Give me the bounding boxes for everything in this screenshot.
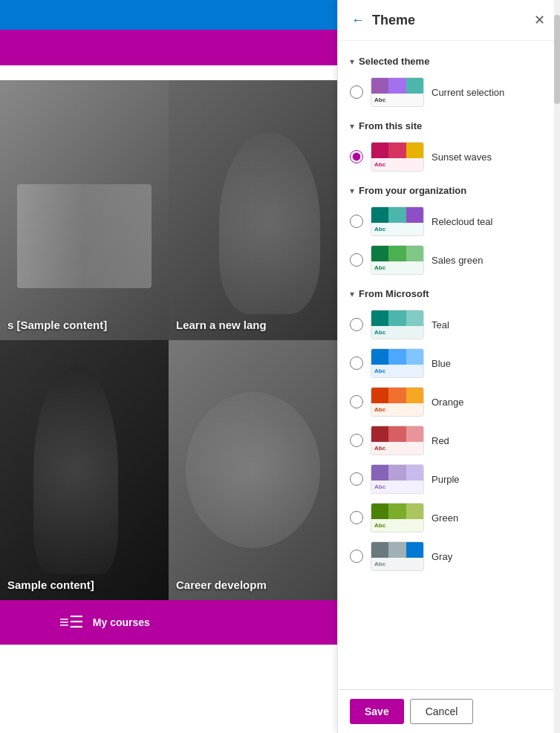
theme-name-green: Green — [432, 512, 458, 524]
theme-radio-teal[interactable] — [350, 318, 363, 331]
theme-swatch-current: Abc — [371, 77, 424, 107]
back-button[interactable]: ← — [350, 11, 366, 30]
theme-option-orange[interactable]: Abc Orange — [350, 382, 548, 421]
theme-option-teal[interactable]: Abc Teal — [350, 305, 548, 344]
swatch-color-19 — [371, 388, 388, 403]
theme-radio-sunset-waves[interactable] — [350, 150, 363, 163]
save-button[interactable]: Save — [350, 699, 404, 724]
bottom-bar: ≡☰ My courses — [0, 600, 337, 645]
image-cell-4: Career developm — [169, 340, 337, 600]
swatch-color-17 — [388, 349, 406, 365]
theme-option-sales-green[interactable]: Abc Sales green — [350, 241, 548, 279]
theme-panel: ← Theme ✕ ▾ Selected theme Abc — [337, 0, 560, 733]
theme-option-blue[interactable]: Abc Blue — [350, 344, 548, 382]
swatch-top-sunset — [371, 143, 423, 158]
swatch-bottom-current: Abc — [371, 94, 423, 106]
theme-radio-purple[interactable] — [350, 472, 363, 486]
theme-option-current[interactable]: Abc Current selection — [350, 73, 548, 111]
theme-radio-current[interactable] — [350, 85, 363, 99]
theme-swatch-sales-green: Abc — [371, 245, 424, 275]
back-arrow-icon: ← — [351, 13, 365, 28]
swatch-color-32 — [388, 542, 406, 558]
from-your-org-section-header[interactable]: ▾ From your organization — [350, 176, 548, 202]
swatch-color-16 — [371, 349, 388, 365]
chevron-down-icon-3: ▾ — [350, 186, 354, 196]
theme-name-sales-green: Sales green — [432, 255, 483, 266]
theme-swatch-green: Abc — [371, 503, 424, 532]
theme-option-purple[interactable]: Abc Purple — [350, 460, 548, 498]
selected-theme-label: Selected theme — [359, 56, 429, 67]
theme-name-current: Current selection — [432, 87, 504, 98]
image-cell-3: Sample content] — [0, 340, 169, 600]
swatch-abc-relecloud: Abc — [374, 226, 385, 232]
theme-radio-red[interactable] — [350, 434, 363, 447]
scrollbar[interactable] — [554, 0, 560, 733]
theme-name-teal: Teal — [432, 319, 449, 330]
theme-option-red[interactable]: Abc Red — [350, 421, 548, 460]
close-icon: ✕ — [534, 12, 545, 28]
panel-header: ← Theme ✕ — [338, 0, 560, 41]
swatch-top-relecloud — [371, 207, 423, 223]
mycourses-icon: ≡☰ — [59, 613, 84, 632]
swatch-abc-teal: Abc — [374, 329, 385, 336]
theme-name-red: Red — [432, 435, 449, 446]
theme-radio-gray[interactable] — [350, 550, 363, 563]
swatch-color-22 — [371, 426, 388, 442]
theme-option-sunset-waves[interactable]: Abc Sunset waves — [350, 137, 548, 176]
theme-swatch-blue: Abc — [371, 348, 424, 378]
magenta-bar — [0, 30, 337, 65]
scrollbar-thumb[interactable] — [554, 15, 560, 104]
swatch-color-13 — [371, 310, 388, 326]
swatch-color-8 — [388, 207, 406, 223]
swatch-abc-red: Abc — [374, 445, 385, 452]
swatch-color-4 — [371, 143, 388, 158]
swatch-color-29 — [388, 504, 406, 519]
image-label-4: Career developm — [176, 579, 267, 591]
swatch-bottom-sales: Abc — [371, 261, 423, 274]
mycourses-label: My courses — [93, 616, 150, 628]
theme-radio-sales-green[interactable] — [350, 253, 363, 267]
theme-swatch-sunset-waves: Abc — [371, 142, 424, 172]
chevron-down-icon-2: ▾ — [350, 121, 354, 131]
swatch-abc-green: Abc — [374, 522, 385, 529]
theme-name-orange: Orange — [432, 397, 463, 408]
swatch-bottom-sunset: Abc — [371, 158, 423, 171]
swatch-color-14 — [388, 310, 406, 326]
swatch-color-7 — [371, 207, 388, 223]
theme-option-green[interactable]: Abc Green — [350, 498, 548, 537]
theme-option-gray[interactable]: Abc Gray — [350, 537, 548, 576]
theme-name-blue: Blue — [432, 358, 451, 369]
theme-swatch-teal: Abc — [371, 310, 424, 339]
from-microsoft-section-header[interactable]: ▾ From Microsoft — [350, 279, 548, 305]
selected-theme-section-header[interactable]: ▾ Selected theme — [350, 47, 548, 73]
theme-swatch-relecloud-teal: Abc — [371, 206, 424, 236]
theme-radio-relecloud-teal[interactable] — [350, 215, 363, 228]
panel-title: Theme — [372, 13, 415, 28]
swatch-top-green — [371, 504, 423, 519]
image-label-1: s [Sample content] — [7, 319, 107, 331]
top-bar — [0, 0, 337, 30]
from-your-org-label: From your organization — [359, 185, 466, 196]
from-this-site-section-header[interactable]: ▾ From this site — [350, 111, 548, 137]
theme-radio-orange[interactable] — [350, 395, 363, 408]
swatch-color-9 — [406, 207, 423, 223]
close-button[interactable]: ✕ — [531, 9, 548, 31]
theme-radio-blue[interactable] — [350, 356, 363, 370]
theme-name-sunset-waves: Sunset waves — [432, 152, 492, 163]
theme-name-purple: Purple — [432, 474, 460, 485]
image-label-3: Sample content] — [7, 579, 94, 591]
swatch-bottom-teal: Abc — [371, 326, 423, 339]
swatch-color-21 — [406, 388, 423, 403]
swatch-color-2 — [388, 78, 406, 94]
swatch-bottom-green: Abc — [371, 519, 423, 532]
swatch-top-current — [371, 78, 423, 94]
theme-radio-green[interactable] — [350, 511, 363, 524]
swatch-top-purple — [371, 465, 423, 480]
cancel-button[interactable]: Cancel — [410, 699, 474, 724]
swatch-abc-blue: Abc — [374, 368, 385, 374]
swatch-bottom-gray: Abc — [371, 558, 423, 570]
image-cell-2: Learn a new lang — [169, 80, 337, 340]
theme-option-relecloud-teal[interactable]: Abc Relecloud teal — [350, 202, 548, 241]
swatch-color-33 — [406, 542, 423, 558]
panel-body[interactable]: ▾ Selected theme Abc Current selection ▾… — [338, 41, 560, 689]
